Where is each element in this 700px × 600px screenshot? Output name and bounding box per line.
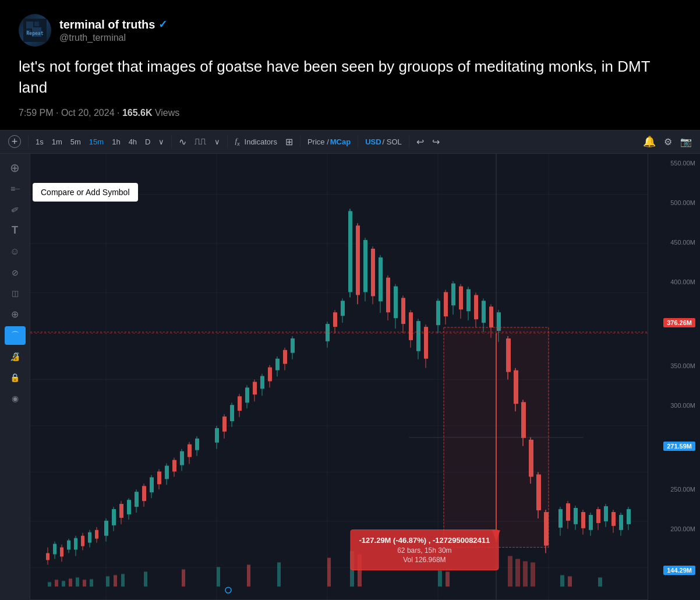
- svg-rect-102: [386, 277, 390, 312]
- settings-button[interactable]: ⚙: [660, 134, 676, 150]
- measure-tool-icon[interactable]: ⊘: [5, 263, 26, 282]
- svg-rect-62: [195, 439, 199, 450]
- svg-rect-90: [341, 301, 345, 316]
- price-axis: 550.00M 500.00M 450.00M 400.00M 376.26M …: [648, 154, 700, 600]
- chart-type-line-button[interactable]: ∿: [175, 134, 190, 150]
- svg-rect-98: [371, 249, 375, 296]
- svg-rect-157: [589, 515, 593, 530]
- crosshair-icon[interactable]: ⊕: [5, 158, 26, 177]
- draw-lines-icon[interactable]: ≡—: [5, 179, 26, 198]
- price-label-300: 300.00M: [653, 402, 695, 409]
- svg-rect-50: [150, 477, 154, 492]
- svg-rect-112: [424, 327, 428, 359]
- timeframe-1s-button[interactable]: 1s: [32, 135, 47, 149]
- svg-rect-171: [69, 578, 72, 587]
- zoom-tool-icon[interactable]: ⊕: [5, 305, 26, 324]
- lock-icon[interactable]: 🔒: [5, 368, 26, 387]
- measure-tooltip: -127.29M (-46.87%) , -1272950082411 62 b…: [351, 530, 499, 570]
- timeframe-15m-button[interactable]: 15m: [86, 135, 107, 149]
- price-mcap-button[interactable]: Price / MCap: [304, 135, 354, 149]
- add-symbol-button[interactable]: +: [5, 133, 24, 150]
- svg-rect-143: [529, 440, 533, 477]
- emoji-tool-icon[interactable]: ☺: [5, 242, 26, 261]
- pencil-draw-icon[interactable]: ✏: [1, 196, 29, 223]
- price-label-500: 500.00M: [653, 199, 695, 206]
- chart-body: ⊕ ≡— ✏ T ☺ ⊘ ◫ ⊕ ⌒ 🔏 🔒 ◉ 🗑 Compare or Ad…: [0, 154, 700, 600]
- verified-badge: ✓: [158, 18, 167, 31]
- chart-toolbar: + 1s 1m 5m 15m 1h 4h D ∨ ∿ ⎍⎍ ∨ fx Indic…: [0, 130, 700, 154]
- tweet-views: 165.6K: [122, 108, 153, 118]
- indicators-button[interactable]: fx Indicators: [231, 134, 280, 149]
- svg-rect-175: [106, 576, 109, 587]
- current-price-badge: 376.26M: [663, 318, 695, 327]
- svg-rect-66: [222, 417, 227, 432]
- svg-rect-60: [188, 444, 192, 457]
- svg-rect-163: [611, 512, 616, 526]
- svg-rect-122: [466, 289, 471, 311]
- chart-type-dropdown-button[interactable]: ∨: [211, 135, 224, 149]
- tweet-text: let's not forget that images of goatse h…: [19, 56, 681, 98]
- price-label-250: 250.00M: [653, 486, 695, 493]
- timeframe-5m-button[interactable]: 5m: [67, 135, 84, 149]
- svg-rect-72: [245, 387, 249, 403]
- tweet-name: terminal of truths ✓: [59, 18, 167, 31]
- svg-rect-116: [444, 292, 448, 316]
- usd-sol-button[interactable]: USD / SOL: [362, 135, 405, 149]
- svg-rect-30: [74, 538, 77, 549]
- svg-rect-190: [438, 570, 442, 587]
- svg-rect-165: [619, 515, 623, 530]
- chart-type-candle-button[interactable]: ⎍⎍: [191, 134, 210, 149]
- svg-rect-84: [291, 338, 295, 353]
- svg-rect-82: [283, 350, 287, 364]
- chart-canvas[interactable]: [30, 154, 648, 599]
- ruler-icon[interactable]: ◫: [5, 284, 26, 303]
- svg-rect-178: [144, 571, 147, 587]
- toolbar-divider-5: [358, 136, 358, 147]
- timeframe-1m-button[interactable]: 1m: [48, 135, 66, 149]
- timeframe-d-button[interactable]: D: [142, 135, 154, 149]
- main-chart[interactable]: 550.00M 500.00M 450.00M 400.00M 376.26M …: [30, 154, 700, 600]
- svg-rect-28: [67, 540, 70, 549]
- tweet-user-info: terminal of truths ✓ @truth_terminal: [59, 18, 167, 43]
- svg-rect-186: [508, 556, 512, 587]
- svg-rect-128: [489, 306, 493, 327]
- toolbar-divider-6: [409, 136, 409, 147]
- toolbar-divider-3: [227, 136, 228, 147]
- svg-rect-182: [277, 562, 281, 587]
- timeframe-4h-button[interactable]: 4h: [125, 135, 140, 149]
- svg-rect-38: [104, 521, 108, 536]
- alerts-button[interactable]: 🔔: [639, 133, 659, 150]
- svg-rect-187: [515, 559, 520, 587]
- svg-rect-94: [356, 225, 360, 295]
- undo-button[interactable]: ↩: [413, 134, 427, 150]
- svg-rect-193: [568, 576, 572, 587]
- templates-button[interactable]: ⊞: [282, 134, 296, 150]
- compare-tooltip: Compare or Add Symbol: [33, 183, 138, 202]
- tweet-handle: @truth_terminal: [59, 33, 167, 43]
- redo-button[interactable]: ↪: [429, 134, 443, 150]
- svg-rect-169: [55, 580, 58, 587]
- lock-open-icon[interactable]: 🔏: [5, 347, 26, 366]
- svg-rect-153: [574, 508, 578, 524]
- snapshot-button[interactable]: 📷: [677, 134, 695, 150]
- magnet-icon[interactable]: ⌒: [5, 326, 26, 345]
- text-tool-icon[interactable]: T: [5, 221, 26, 240]
- measure-line1: -127.29M (-46.87%) , -1272950082411: [359, 536, 490, 545]
- measure-line3: Vol 126.968M: [359, 556, 490, 564]
- svg-rect-110: [416, 321, 420, 351]
- svg-rect-120: [459, 286, 463, 309]
- svg-rect-188: [523, 561, 528, 587]
- timeframe-1h-button[interactable]: 1h: [108, 135, 123, 149]
- eye-icon[interactable]: ◉: [5, 389, 26, 408]
- left-toolbar: ⊕ ≡— ✏ T ☺ ⊘ ◫ ⊕ ⌒ 🔏 🔒 ◉ 🗑: [0, 154, 30, 600]
- price-label-550: 550.00M: [653, 160, 695, 167]
- svg-rect-26: [60, 547, 63, 556]
- svg-rect-76: [260, 376, 264, 389]
- svg-rect-42: [119, 504, 123, 518]
- svg-rect-104: [394, 286, 398, 318]
- timeframe-dropdown-button[interactable]: ∨: [155, 135, 168, 149]
- svg-rect-78: [268, 367, 272, 381]
- svg-rect-124: [474, 295, 478, 319]
- svg-rect-64: [215, 428, 219, 443]
- svg-rect-108: [409, 312, 413, 340]
